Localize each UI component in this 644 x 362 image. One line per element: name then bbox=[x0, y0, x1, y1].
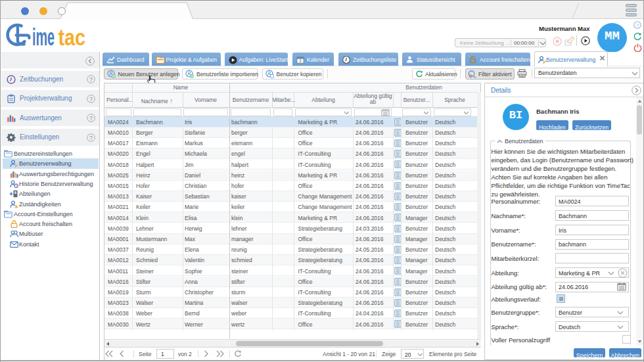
svg-text:?: ? bbox=[89, 134, 93, 141]
svg-text:?: ? bbox=[89, 115, 93, 122]
svg-text:ime: ime bbox=[32, 24, 55, 51]
svg-text:?: ? bbox=[89, 95, 93, 102]
svg-text:?: ? bbox=[89, 76, 93, 83]
svg-text:3: 3 bbox=[299, 58, 302, 62]
svg-text:tac: tac bbox=[58, 24, 85, 51]
svg-text:?: ? bbox=[636, 22, 639, 28]
